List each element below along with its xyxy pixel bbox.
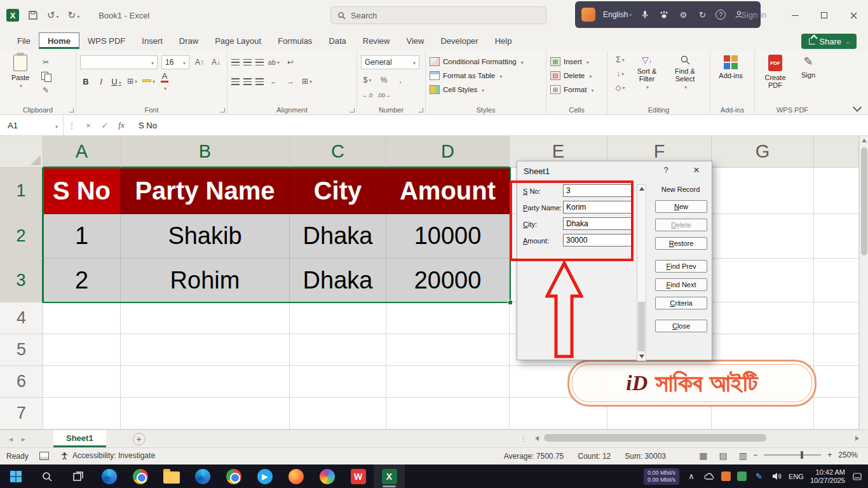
tab-wps-pdf[interactable]: WPS PDF <box>79 33 133 49</box>
volume-icon[interactable] <box>771 472 782 480</box>
cell-B5[interactable] <box>121 334 290 366</box>
sign-in-button[interactable]: Sign in <box>741 10 766 20</box>
help-icon[interactable]: ? <box>715 10 726 20</box>
fill-icon[interactable]: ↓ <box>614 69 627 79</box>
microphone-icon[interactable] <box>639 9 651 20</box>
percent-style-icon[interactable]: % <box>377 75 390 85</box>
row-header-2[interactable]: 2 <box>0 214 43 259</box>
cell-G4[interactable] <box>712 302 814 334</box>
insert-cells-button[interactable]: ⊞ Insert <box>550 55 604 69</box>
clear-icon[interactable]: ◇ <box>614 83 627 93</box>
align-center-icon[interactable] <box>243 78 252 85</box>
find-prev-button[interactable]: Find Prev <box>655 260 707 273</box>
select-all-corner[interactable] <box>0 136 43 168</box>
format-cells-button[interactable]: ⊞ Format <box>550 83 604 97</box>
cell-A6[interactable] <box>43 366 121 398</box>
task-view-button[interactable] <box>62 464 93 488</box>
scroll-left-icon[interactable] <box>535 436 539 441</box>
find-next-button[interactable]: Find Next <box>655 278 707 291</box>
dialog-help-button[interactable]: ? <box>658 165 674 178</box>
name-box[interactable]: A1 <box>0 115 64 135</box>
amount-input[interactable] <box>563 234 633 247</box>
column-header-B[interactable]: B <box>121 136 290 168</box>
collapse-ribbon-icon[interactable] <box>853 103 862 112</box>
cell-D6[interactable] <box>386 366 510 398</box>
macro-record-icon[interactable] <box>39 452 49 460</box>
cell-C6[interactable] <box>290 366 386 398</box>
cell-C2[interactable]: Dhaka <box>290 214 386 259</box>
tray-chevron-icon[interactable]: ∧ <box>686 471 697 481</box>
scroll-up-icon[interactable] <box>862 139 867 142</box>
paste-button[interactable]: Paste <box>4 55 37 102</box>
cell-styles-button[interactable]: Cell Styles <box>430 83 543 97</box>
cell-D5[interactable] <box>386 334 510 366</box>
increase-indent-icon[interactable]: → <box>284 76 297 86</box>
save-icon[interactable] <box>28 10 38 20</box>
horizontal-scroll-thumb[interactable] <box>544 434 766 442</box>
sno-input[interactable] <box>563 184 633 197</box>
tab-scroll-splitter[interactable]: ⋮ <box>520 435 528 444</box>
format-painter-icon[interactable]: ✎ <box>39 85 52 95</box>
font-dialog-launcher[interactable] <box>220 108 225 112</box>
tab-formulas[interactable]: Formulas <box>269 33 320 49</box>
tab-data[interactable]: Data <box>320 33 354 49</box>
cell-G2[interactable] <box>712 214 814 259</box>
dialog-close-icon[interactable]: × <box>688 164 705 178</box>
taskbar-chrome[interactable] <box>125 464 156 488</box>
cell-A1[interactable]: S No <box>43 168 121 214</box>
page-break-view-icon[interactable]: ▥ <box>739 451 747 461</box>
search-input[interactable]: Search <box>330 6 546 24</box>
tab-view[interactable]: View <box>398 33 432 49</box>
top-align-icon[interactable] <box>231 59 240 66</box>
cell-B4[interactable] <box>121 302 290 334</box>
borders-icon[interactable]: ⊞ <box>126 76 139 86</box>
column-header-C[interactable]: C <box>290 136 386 168</box>
cell-D4[interactable] <box>386 302 510 334</box>
column-header-A[interactable]: A <box>43 136 121 168</box>
paw-icon[interactable] <box>658 9 670 20</box>
minimize-button[interactable] <box>780 0 810 30</box>
scroll-right-icon[interactable] <box>855 436 859 441</box>
cell-C1[interactable]: City <box>290 168 386 214</box>
tray-pen-icon[interactable]: ✎ <box>753 471 764 481</box>
tab-page-layout[interactable]: Page Layout <box>207 33 269 49</box>
taskbar-firefox[interactable] <box>280 464 311 488</box>
zoom-slider[interactable] <box>764 454 821 456</box>
zoom-in-icon[interactable]: + <box>827 451 832 459</box>
undo-icon[interactable]: ↺ <box>47 10 59 21</box>
confirm-entry-icon[interactable]: ✓ <box>97 121 113 130</box>
sign-button[interactable]: ✎ Sign <box>796 55 821 102</box>
fill-color-icon[interactable] <box>142 76 155 86</box>
taskbar-paint-app[interactable] <box>311 464 342 488</box>
cell-C4[interactable] <box>290 302 386 334</box>
restore-button[interactable]: Restore <box>655 237 707 250</box>
cell-B2[interactable]: Shakib <box>121 214 290 259</box>
cell-C7[interactable] <box>290 398 386 430</box>
cell-A7[interactable] <box>43 398 121 430</box>
delete-button[interactable]: Delete <box>655 219 707 231</box>
comma-style-icon[interactable]: , <box>394 75 407 85</box>
wrap-text-icon[interactable]: ↩ <box>284 57 297 67</box>
record-scroll-down-icon[interactable] <box>639 355 644 358</box>
city-input[interactable] <box>563 217 633 230</box>
accessibility-checker[interactable]: Accessibility: Investigate <box>60 451 155 460</box>
record-scrollbar[interactable] <box>637 184 646 361</box>
cell-B3[interactable]: Rohim <box>121 259 290 302</box>
font-name-select[interactable] <box>80 55 158 69</box>
delete-cells-button[interactable]: ⊟ Delete <box>550 69 604 83</box>
underline-button[interactable]: U <box>111 77 122 86</box>
cell-A5[interactable] <box>43 334 121 366</box>
taskbar-telegram[interactable] <box>249 464 280 488</box>
format-as-table-button[interactable]: Format as Table <box>430 69 543 83</box>
zoom-level[interactable]: 250% <box>838 451 858 459</box>
alignment-dialog-launcher[interactable] <box>350 108 355 112</box>
language-indicator[interactable]: ENG <box>789 473 804 480</box>
cancel-entry-icon[interactable]: × <box>80 121 97 130</box>
clipboard-dialog-launcher[interactable] <box>69 108 74 112</box>
taskbar-chrome-2[interactable] <box>218 464 249 488</box>
copy-icon[interactable] <box>39 71 52 81</box>
maximize-button[interactable] <box>810 0 839 30</box>
start-button[interactable] <box>0 464 31 488</box>
middle-align-icon[interactable] <box>243 59 252 66</box>
add-sheet-icon[interactable]: + <box>133 433 146 445</box>
